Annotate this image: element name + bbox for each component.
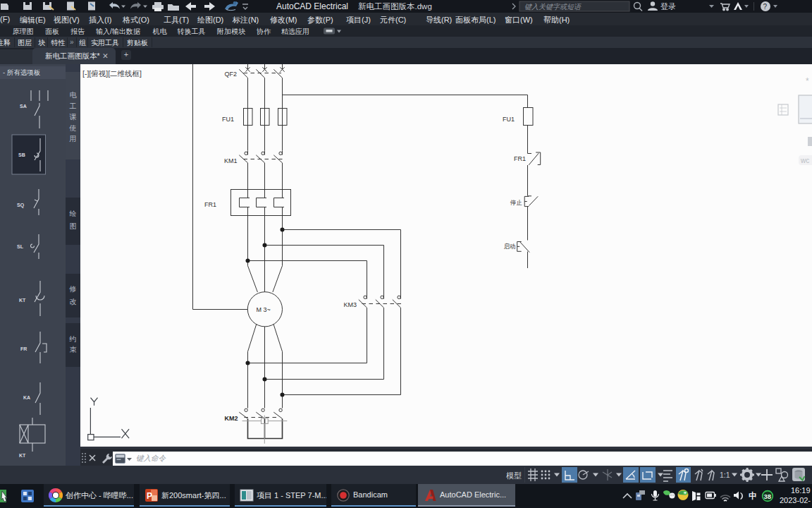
svg-text:SQ: SQ [17, 202, 25, 208]
svg-text:wc: wc [800, 157, 809, 164]
svg-text:?: ? [763, 3, 768, 11]
svg-text:登录: 登录 [660, 2, 676, 11]
svg-text:FU1: FU1 [503, 116, 515, 123]
svg-text:停止: 停止 [510, 199, 523, 206]
svg-text:SB: SB [18, 152, 25, 157]
svg-text:FU1: FU1 [222, 116, 234, 123]
svg-text:新电工画图版本.dwg: 新电工画图版本.dwg [358, 2, 432, 11]
svg-text:SA: SA [20, 104, 27, 109]
svg-text:KM1: KM1 [224, 157, 238, 164]
svg-text:FR1: FR1 [204, 201, 216, 208]
svg-text:键入关键字或短语: 键入关键字或短语 [524, 3, 582, 11]
svg-text:SL: SL [17, 244, 24, 249]
svg-text:2023-02-: 2023-02- [780, 496, 811, 504]
svg-text:模型: 模型 [506, 471, 522, 480]
svg-text:1:1: 1:1 [720, 471, 730, 479]
svg-text:KM3: KM3 [344, 301, 357, 308]
svg-text:QF2: QF2 [225, 71, 238, 78]
svg-text:16:19: 16:19 [791, 486, 811, 495]
svg-text:FR: FR [20, 346, 27, 351]
svg-text:38: 38 [764, 492, 772, 500]
svg-text:KA: KA [23, 395, 30, 400]
svg-text:AutoCAD Electrical: AutoCAD Electrical [276, 1, 348, 11]
svg-text:启动: 启动 [504, 243, 516, 250]
svg-text:*: * [806, 76, 809, 86]
svg-text:M 3~: M 3~ [257, 306, 271, 313]
svg-text:P: P [147, 491, 152, 501]
svg-text:KT: KT [19, 453, 26, 458]
svg-text:KM2: KM2 [225, 415, 238, 422]
svg-text:KT: KT [19, 298, 26, 303]
svg-text:FR1: FR1 [514, 155, 526, 162]
svg-text:[-][俯视][二维线框]: [-][俯视][二维线框] [82, 69, 142, 78]
